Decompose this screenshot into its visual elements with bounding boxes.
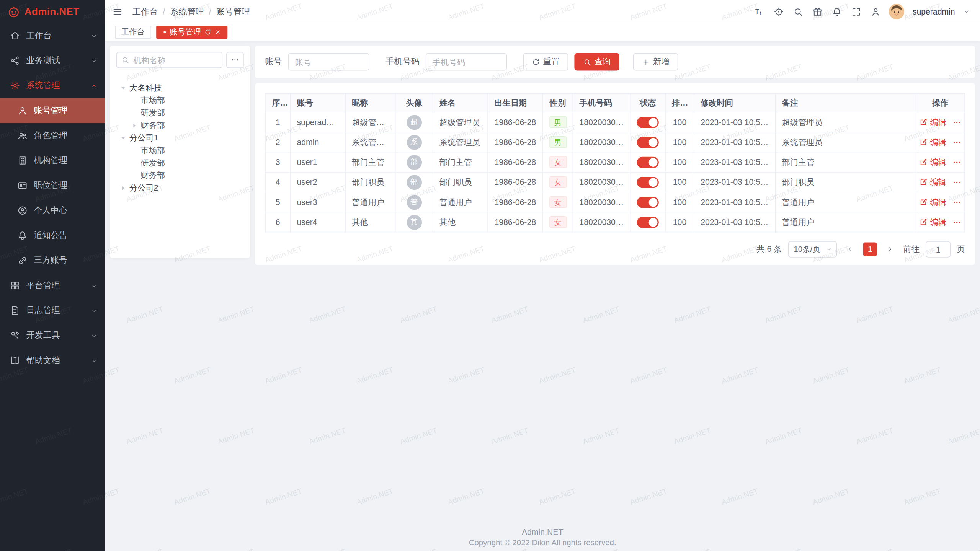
status-toggle[interactable] (637, 156, 659, 168)
accounts-table: 序号账号昵称头像姓名出生日期性别手机号码状态排序修改时间备注操作1superad… (265, 93, 965, 232)
row-more-button[interactable] (952, 118, 961, 127)
sidebar-item[interactable]: 帮助文档 (0, 348, 105, 373)
status-toggle[interactable] (637, 176, 659, 187)
table-cell: 系统管理员 (345, 132, 395, 152)
page-size-select[interactable]: 10条/页 (788, 241, 837, 257)
svg-text:T: T (755, 8, 759, 15)
edit-button[interactable]: 编辑 (920, 116, 946, 127)
org-tree-panel: 大名科技市场部研发部财务部分公司1市场部研发部财务部分公司2 (110, 46, 250, 258)
edit-button[interactable]: 编辑 (920, 196, 946, 207)
sidebar-subitem[interactable]: 个人中心 (0, 198, 105, 223)
tree-node[interactable]: 大名科技 (116, 82, 244, 95)
bell-icon[interactable] (832, 7, 842, 16)
breadcrumb-item[interactable]: 工作台 (132, 6, 158, 17)
row-more-button[interactable] (952, 178, 961, 186)
sidebar-subitem[interactable]: 通知公告 (0, 223, 105, 248)
tree-node-label: 市场部 (140, 145, 165, 156)
current-page[interactable]: 1 (863, 242, 877, 256)
status-toggle[interactable] (637, 217, 659, 228)
table-row: 4user2部门职员部部门职员1986-06-28女18020030720100… (265, 172, 965, 192)
tree-node[interactable]: 财务部 (116, 119, 244, 132)
sidebar-subitem[interactable]: 机构管理 (0, 148, 105, 173)
row-more-button[interactable] (952, 198, 961, 207)
locate-icon[interactable] (774, 7, 784, 16)
pagination: 共 6 条 10条/页 1 前往 页 (265, 241, 965, 257)
table-cell: 编辑 (916, 152, 965, 172)
reset-button[interactable]: 重置 (523, 53, 568, 71)
row-more-button[interactable] (952, 158, 961, 166)
tab-refresh-icon[interactable] (204, 28, 211, 35)
sidebar-item[interactable]: 开发工具 (0, 323, 105, 348)
tools-icon (10, 331, 20, 341)
logo[interactable]: Admin.NET (0, 0, 105, 23)
sidebar-item[interactable]: 工作台 (0, 23, 105, 48)
username[interactable]: superadmin (913, 7, 955, 16)
fullscreen-icon[interactable] (851, 7, 861, 16)
sidebar-item[interactable]: 业务测试 (0, 48, 105, 73)
gender-tag: 女 (549, 176, 567, 188)
status-toggle[interactable] (637, 196, 659, 207)
breadcrumb-item[interactable]: 系统管理 (170, 6, 204, 17)
chevron-down-icon[interactable] (963, 8, 970, 15)
table-cell: user4 (290, 212, 345, 232)
prev-page-button[interactable] (843, 242, 857, 256)
tab-item[interactable]: 账号管理 (156, 25, 227, 38)
edit-button[interactable]: 编辑 (920, 176, 946, 187)
tree-node[interactable]: 研发部 (116, 107, 244, 119)
sidebar-subitem[interactable]: 三方账号 (0, 248, 105, 273)
table-cell: 部门职员 (345, 172, 395, 192)
sidebar: Admin.NET 工作台业务测试系统管理账号管理角色管理机构管理职位管理个人中… (0, 0, 105, 551)
next-page-button[interactable] (883, 242, 897, 256)
table-card: 序号账号昵称头像姓名出生日期性别手机号码状态排序修改时间备注操作1superad… (255, 83, 975, 265)
account-label: 账号 (265, 56, 282, 67)
tree-node[interactable]: 分公司1 (116, 132, 244, 144)
account-input[interactable] (288, 53, 369, 71)
chevron-down-icon (91, 357, 98, 364)
row-more-button[interactable] (952, 138, 961, 147)
sidebar-subitem[interactable]: 角色管理 (0, 123, 105, 148)
org-search-input[interactable] (116, 52, 223, 68)
sidebar-item[interactable]: 平台管理 (0, 273, 105, 298)
refresh-icon (532, 58, 540, 66)
table-cell: 普通用户 (345, 192, 395, 212)
tree-node[interactable]: 分公司2 (116, 182, 244, 194)
status-toggle[interactable] (637, 116, 659, 127)
goto-label: 前往 (903, 244, 919, 255)
gift-icon[interactable] (813, 7, 823, 16)
tab-item[interactable]: 工作台 (115, 25, 151, 38)
sidebar-item[interactable]: 系统管理 (0, 73, 105, 98)
team-icon (18, 130, 28, 140)
search-icon[interactable] (793, 7, 803, 16)
tree-node[interactable]: 市场部 (116, 95, 244, 107)
tree-node[interactable]: 市场部 (116, 144, 244, 157)
add-button[interactable]: 新增 (633, 53, 678, 71)
sidebar-subitem[interactable]: 账号管理 (0, 98, 105, 123)
breadcrumb-item[interactable]: 账号管理 (216, 6, 250, 17)
table-cell: 其 (395, 212, 433, 232)
edit-button[interactable]: 编辑 (920, 156, 946, 168)
search-button[interactable]: 查询 (574, 53, 619, 71)
table-cell: 编辑 (916, 132, 965, 152)
tab-close-icon[interactable] (214, 28, 221, 35)
avatar[interactable] (889, 4, 905, 20)
user-icon (18, 106, 28, 116)
phone-input[interactable] (426, 53, 507, 71)
table-cell (630, 132, 665, 152)
row-avatar: 超 (407, 115, 421, 130)
status-toggle[interactable] (637, 137, 659, 148)
edit-button-label: 编辑 (930, 116, 946, 127)
row-more-button[interactable] (952, 218, 961, 227)
table-cell: 1986-06-28 (488, 212, 543, 232)
tree-node[interactable]: 财务部 (116, 169, 244, 182)
tree-more-button[interactable] (226, 52, 244, 68)
edit-button[interactable]: 编辑 (920, 217, 946, 228)
font-size-icon[interactable]: Tt (755, 7, 764, 16)
hamburger-icon[interactable] (113, 7, 122, 16)
person-icon[interactable] (871, 7, 880, 16)
sidebar-subitem[interactable]: 职位管理 (0, 173, 105, 198)
edit-button[interactable]: 编辑 (920, 137, 946, 148)
sidebar-item[interactable]: 日志管理 (0, 298, 105, 323)
gender-tag: 女 (549, 216, 567, 228)
tree-node[interactable]: 研发部 (116, 157, 244, 170)
goto-page-input[interactable] (926, 241, 951, 257)
